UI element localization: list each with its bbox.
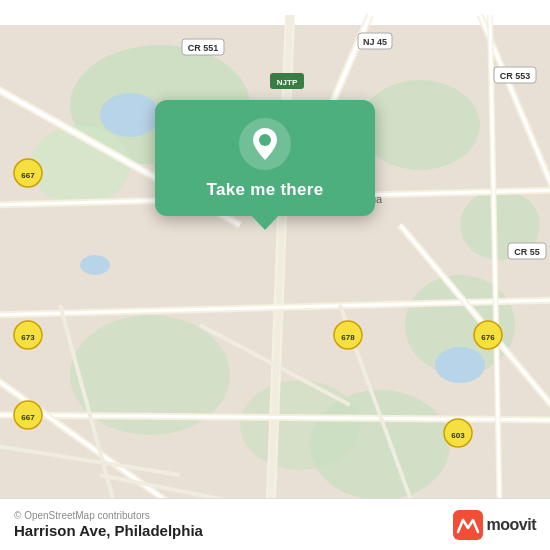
map-background: CR 551 NJ 45 NJTP CR 553 CR 55 667 678 6…	[0, 0, 550, 550]
svg-text:NJTP: NJTP	[277, 78, 298, 87]
svg-text:678: 678	[341, 333, 355, 342]
svg-text:667: 667	[21, 413, 35, 422]
svg-point-7	[240, 380, 360, 470]
svg-text:CR 553: CR 553	[500, 71, 531, 81]
svg-text:NJ 45: NJ 45	[363, 37, 387, 47]
svg-point-3	[360, 80, 480, 170]
svg-point-11	[80, 255, 110, 275]
popup-card: Take me there	[155, 100, 375, 216]
svg-text:603: 603	[451, 431, 465, 440]
svg-text:667: 667	[21, 171, 35, 180]
svg-text:CR 55: CR 55	[514, 247, 540, 257]
svg-point-9	[100, 93, 160, 137]
take-me-there-button[interactable]: Take me there	[207, 180, 324, 200]
svg-text:CR 551: CR 551	[188, 43, 219, 53]
svg-point-10	[435, 347, 485, 383]
svg-rect-64	[453, 510, 483, 540]
copyright-text: © OpenStreetMap contributors	[14, 510, 203, 521]
map-container: CR 551 NJ 45 NJTP CR 553 CR 55 667 678 6…	[0, 0, 550, 550]
svg-text:673: 673	[21, 333, 35, 342]
svg-text:676: 676	[481, 333, 495, 342]
bottom-bar: © OpenStreetMap contributors Harrison Av…	[0, 498, 550, 550]
moovit-brand-text: moovit	[487, 516, 536, 534]
svg-point-63	[259, 134, 271, 146]
moovit-m-icon	[453, 510, 483, 540]
location-pin-icon	[239, 118, 291, 170]
location-info: © OpenStreetMap contributors Harrison Av…	[14, 510, 203, 539]
location-name: Harrison Ave, Philadelphia	[14, 522, 203, 539]
moovit-logo[interactable]: moovit	[453, 510, 536, 540]
